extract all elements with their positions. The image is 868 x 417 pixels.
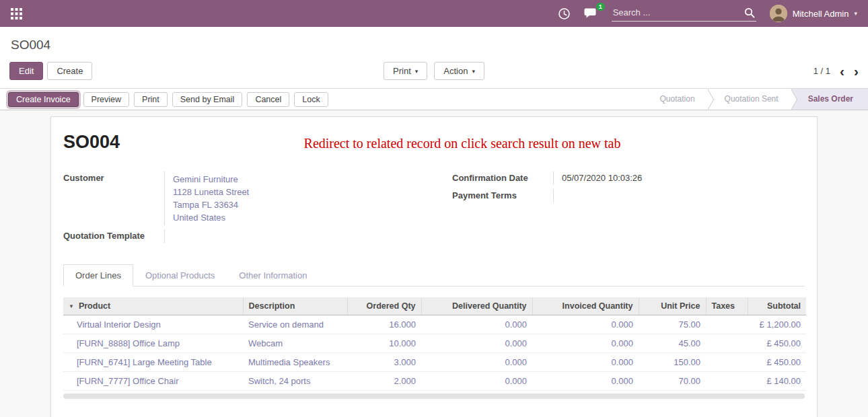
statusbar-buttons: Create Invoice Preview Print Send by Ema… [8,89,328,110]
sales-order-sheet: SO004 Redirect to related record on clic… [50,116,818,417]
pager-next-icon[interactable]: › [854,64,859,78]
column-header-delivered-quantity[interactable]: Delivered Quantity [421,297,532,315]
record-action-group: Print ▾ Action ▾ [384,62,484,80]
apps-menu-icon[interactable] [11,8,22,20]
sort-caret-icon: ▼ [69,303,74,309]
preview-button[interactable]: Preview [83,92,129,107]
edit-button[interactable]: Edit [9,62,43,80]
activities-clock-icon[interactable] [558,7,571,20]
apps-grid-glyph [11,8,22,20]
order-lines-table: ▼Product Description Ordered Qty Deliver… [63,297,806,391]
table-horizontal-scrollbar[interactable] [63,393,805,399]
sheet-header: SO004 Redirect to related record on clic… [63,132,805,153]
send-by-email-button[interactable]: Send by Email [172,92,243,107]
field-groups: Customer Gemini Furniture 1128 Lunetta S… [63,172,805,247]
step-quotation-sent[interactable]: Quotation Sent [707,89,791,110]
payment-terms-value [553,189,805,202]
confirmation-date-value: 05/07/2020 10:03:26 [553,172,805,185]
print-button[interactable]: Print [134,92,168,107]
odoo-window: 1 Mitche [0,0,868,417]
tab-order-lines[interactable]: Order Lines [63,264,133,287]
table-header-row: ▼Product Description Ordered Qty Deliver… [63,297,806,315]
confirmation-date-field: Confirmation Date 05/07/2020 10:03:26 [452,172,805,185]
quotation-template-label: Quotation Template [63,229,164,243]
search-icon[interactable] [744,7,755,18]
column-header-ordered-qty[interactable]: Ordered Qty [347,297,421,315]
control-panel: SO004 Edit Create Print ▾ Action ▾ 1 / 1… [0,27,868,88]
order-line-row[interactable]: [FURN_6741] Large Meeting Table Multimed… [63,353,806,372]
action-dropdown-button[interactable]: Action ▾ [434,62,484,80]
order-line-row[interactable]: [FURN_7777] Office Chair Switch, 24 port… [63,372,806,391]
red-annotation-text: Redirect to related record on click sear… [120,132,805,151]
notebook-tabs: Order Lines Optional Products Other Info… [63,264,805,287]
messages-icon[interactable]: 1 [584,7,598,20]
pager-value: 1 / 1 [813,66,830,76]
lock-button[interactable]: Lock [294,92,328,107]
column-header-invoiced-quantity[interactable]: Invoiced Quantity [532,297,639,315]
tab-other-information[interactable]: Other Information [227,264,319,287]
caret-down-icon: ▾ [472,68,475,75]
pager: 1 / 1 ‹ › [484,64,859,78]
user-menu-caret-icon: ▾ [854,10,857,17]
pager-previous-icon[interactable]: ‹ [840,64,844,78]
print-dropdown-button[interactable]: Print ▾ [384,62,427,80]
confirmation-date-label: Confirmation Date [452,172,553,185]
order-line-row[interactable]: [FURN_8888] Office Lamp Webcam 10.000 0.… [63,334,806,353]
global-search-box [612,6,756,22]
payment-terms-field: Payment Terms [452,189,805,202]
cancel-button[interactable]: Cancel [247,92,289,107]
form-statusbar: Create Invoice Preview Print Send by Ema… [0,88,868,110]
breadcrumb: SO004 [11,38,859,52]
customer-field: Customer Gemini Furniture 1128 Lunetta S… [63,172,416,225]
column-header-unit-price[interactable]: Unit Price [639,297,706,315]
user-menu[interactable]: Mitchell Admin ▾ [770,5,857,22]
column-header-subtotal[interactable]: Subtotal [748,297,806,315]
payment-terms-label: Payment Terms [452,189,553,202]
quotation-template-value [164,229,416,243]
caret-down-icon: ▾ [415,68,419,75]
order-line-row[interactable]: Virtual Interior Design Service on deman… [63,315,806,334]
tab-optional-products[interactable]: Optional Products [133,264,227,287]
global-search-input[interactable] [613,7,740,17]
form-view-content: SO004 Redirect to related record on clic… [0,110,868,417]
column-header-description[interactable]: Description [243,297,347,315]
customer-value[interactable]: Gemini Furniture 1128 Lunetta Street Tam… [164,172,416,225]
column-header-product[interactable]: ▼Product [63,297,243,315]
field-group-left: Customer Gemini Furniture 1128 Lunetta S… [63,172,416,247]
create-invoice-button[interactable]: Create Invoice [8,92,79,107]
navbar-systray: 1 Mitche [558,5,857,22]
customer-label: Customer [63,172,164,225]
messages-count-badge: 1 [596,3,605,11]
order-title: SO004 [63,132,120,153]
quotation-template-field: Quotation Template [63,229,416,243]
statusbar-steps: Quotation Quotation Sent Sales Order [643,89,868,110]
create-button[interactable]: Create [47,62,92,80]
record-edit-group: Edit Create [9,62,384,80]
control-panel-buttons-row: Edit Create Print ▾ Action ▾ 1 / 1 ‹ › [9,62,859,80]
user-name: Mitchell Admin [793,9,849,19]
field-group-right: Confirmation Date 05/07/2020 10:03:26 Pa… [452,172,805,247]
step-sales-order[interactable]: Sales Order [791,89,868,110]
column-header-taxes[interactable]: Taxes [706,297,748,315]
top-navbar: 1 Mitche [0,0,868,27]
step-quotation[interactable]: Quotation [643,89,707,110]
user-avatar [770,5,787,22]
